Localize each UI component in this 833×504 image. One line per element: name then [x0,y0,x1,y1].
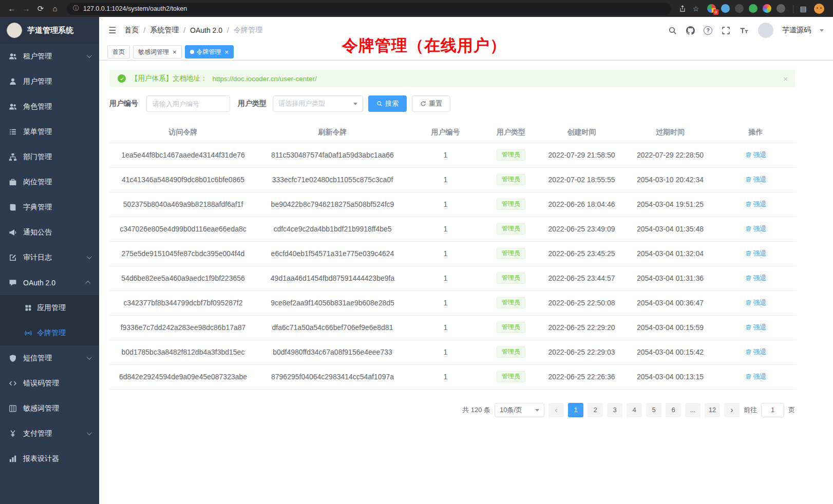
username[interactable]: 芋道源码 [782,26,811,35]
share-icon[interactable] [676,3,689,15]
breadcrumb-item[interactable]: 首页 [124,26,139,35]
pager-ellipsis[interactable]: ... [685,403,701,417]
pager-page-12[interactable]: 12 [705,403,720,417]
force-logout-button[interactable]: 强退 [745,150,767,160]
force-logout-label: 强退 [753,298,767,307]
fullscreen-icon[interactable] [721,26,730,35]
address-bar[interactable]: ⓘ 127.0.0.1:1024/system/oauth2/token [67,3,671,15]
force-logout-button[interactable]: 强退 [745,175,767,184]
user-avatar[interactable] [758,23,773,38]
tab-close-icon[interactable]: × [173,49,177,55]
sidebar-item-label: 报表设计器 [23,454,59,463]
force-logout-label: 强退 [753,323,767,332]
pager-page-2[interactable]: 2 [588,403,603,417]
sidebar-item-dept[interactable]: 部门管理 [0,144,99,169]
breadcrumb-item[interactable]: OAuth 2.0 [190,26,222,34]
sidebar-item-audit-log[interactable]: 审计日志 [0,245,99,270]
menu-collapse-icon[interactable]: ☰ [108,25,116,36]
tab-close-icon[interactable]: × [225,49,229,55]
sidebar-item-post[interactable]: 岗位管理 [0,169,99,195]
chevron-down-icon [535,409,539,414]
extension-colorful-icon[interactable] [763,4,771,13]
sidebar-item-notice[interactable]: 通知公告 [0,220,99,245]
cell-user-type: 管理员 [483,167,539,192]
force-logout-button[interactable]: 强退 [745,372,767,381]
browser-reload-icon[interactable]: ⟳ [34,2,47,15]
sidebar-item-report-designer[interactable]: 报表设计器 [0,446,99,471]
sidebar-item-oauth2-token[interactable]: 令牌管理 [0,320,99,345]
breadcrumb-item[interactable]: 系统管理 [150,26,179,35]
extension-gray-icon[interactable] [777,4,785,13]
site-info-icon[interactable]: ⓘ [73,4,79,13]
extension-blue-icon[interactable] [721,4,730,13]
cell-create-time: 2022-06-25 23:49:09 [539,217,624,241]
extension-grid-icon[interactable]: 0 [707,4,716,13]
force-logout-button[interactable]: 强退 [745,298,767,307]
header-actions: ? 芋道源码 [668,23,824,38]
force-logout-button[interactable]: 强退 [745,249,767,258]
filter-form: 用户编号 用户类型 请选择用户类型 搜索 重置 [109,95,795,112]
pager-page-1[interactable]: 1 [568,403,583,417]
browser-forward-icon[interactable]: → [20,2,33,15]
pager-page-6[interactable]: 6 [666,403,681,417]
help-icon[interactable]: ? [704,26,712,35]
cell-actions: 强退 [716,143,795,167]
tab-label: 敏感词管理 [138,48,169,56]
sidebar-item-sms[interactable]: 短信管理 [0,345,99,371]
sidebar-item-error-code[interactable]: 错误码管理 [0,371,99,396]
cell-user-type: 管理员 [483,241,539,266]
prev-page-button[interactable]: ‹ [548,403,564,417]
sidebar-item-dict[interactable]: 字典管理 [0,195,99,220]
user-type-badge: 管理员 [497,297,525,309]
cell-create-time: 2022-07-29 21:58:50 [539,143,624,167]
browser-back-icon[interactable]: ← [5,2,18,15]
chevron-down-icon [353,103,357,107]
sidebar-item-user[interactable]: 用户管理 [0,69,99,94]
side-panel-icon[interactable]: ▤ [797,3,809,15]
user-id-label: 用户编号 [109,99,138,108]
force-logout-button[interactable]: 强退 [745,347,767,357]
cell-access-token: 54d6be82ee5a460a9aedc1f9bf223656 [109,266,257,290]
browser-profile-avatar[interactable] [814,4,824,14]
force-logout-button[interactable]: 强退 [745,224,767,234]
sidebar-item-oauth2[interactable]: OAuth 2.0 [0,270,99,295]
search-icon[interactable] [668,26,677,35]
pager-page-5[interactable]: 5 [646,403,661,417]
force-logout-button[interactable]: 强退 [745,200,767,209]
sidebar-item-pay[interactable]: 支付管理 [0,421,99,446]
tab-sensitive-word[interactable]: 敏感词管理× [133,45,182,59]
alert-link[interactable]: https://doc.iocoder.cn/user-center/ [213,75,317,83]
bookmark-star-icon[interactable]: ☆ [690,3,702,15]
font-size-icon[interactable] [739,26,748,35]
next-page-button[interactable]: › [724,403,740,417]
search-button[interactable]: 搜索 [368,95,407,112]
sidebar-item-sensitive-word[interactable]: 敏感词管理 [0,396,99,421]
page-size-select[interactable]: 10条/页 [495,403,544,417]
user-type-select[interactable]: 请选择用户类型 [273,95,363,112]
github-icon[interactable] [686,26,695,35]
sidebar-item-role[interactable]: 角色管理 [0,94,99,119]
chevron-down-icon[interactable] [820,29,824,34]
sidebar-item-oauth2-app[interactable]: 应用管理 [0,295,99,320]
user-id-input[interactable] [146,95,230,112]
reset-button[interactable]: 重置 [412,95,450,112]
goto-page-input[interactable] [761,403,784,417]
sidebar-item-menu[interactable]: 菜单管理 [0,119,99,144]
pager-page-3[interactable]: 3 [607,403,622,417]
tab-home[interactable]: 首页 [107,45,130,59]
app-logo[interactable]: 芋道管理系统 [0,17,99,44]
tab-token[interactable]: 令牌管理× [185,45,234,59]
browser-home-icon[interactable]: ⌂ [48,2,62,15]
force-logout-button[interactable]: 强退 [745,323,767,332]
sidebar-item-tenant[interactable]: 租户管理 [0,44,99,69]
force-logout-button[interactable]: 强退 [745,274,767,283]
org-tree-icon [9,153,17,161]
signal-icon [25,329,32,337]
close-icon[interactable]: × [783,74,788,83]
extension-dark-icon[interactable] [735,4,744,13]
user-type-badge: 管理员 [497,248,525,260]
pager-page-4[interactable]: 4 [627,403,642,417]
cell-user-id: 1 [408,241,483,266]
breadcrumb: 首页/系统管理/OAuth 2.0/令牌管理 [124,26,262,35]
extension-green-icon[interactable] [749,4,758,13]
